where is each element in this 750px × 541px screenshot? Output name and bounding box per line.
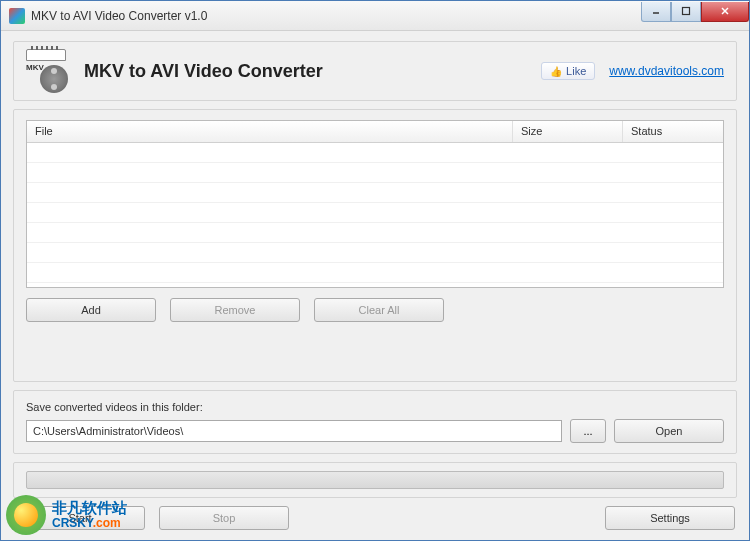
table-row [27,143,723,163]
save-path-input[interactable] [26,420,562,442]
window-controls [641,2,749,22]
add-button[interactable]: Add [26,298,156,322]
table-row [27,203,723,223]
minimize-button[interactable] [641,2,671,22]
settings-button[interactable]: Settings [605,506,735,530]
app-window: MKV to AVI Video Converter v1.0 MKV MKV … [0,0,750,541]
progress-bar [26,471,724,489]
browse-button[interactable]: ... [570,419,606,443]
open-folder-button[interactable]: Open [614,419,724,443]
titlebar[interactable]: MKV to AVI Video Converter v1.0 [1,1,749,31]
column-status[interactable]: Status [623,121,723,142]
stop-button[interactable]: Stop [159,506,289,530]
table-row [27,163,723,183]
save-folder-row: ... Open [26,419,724,443]
facebook-like-button[interactable]: Like [541,62,595,80]
start-button[interactable]: Start [15,506,145,530]
progress-panel [13,462,737,498]
app-small-icon [9,8,25,24]
film-reel-icon [40,65,68,93]
table-row [27,223,723,243]
app-logo-icon: MKV [26,49,70,93]
bottom-buttons-row: Start Stop Settings [13,506,737,530]
content-area: MKV MKV to AVI Video Converter Like www.… [1,31,749,540]
save-panel: Save converted videos in this folder: ..… [13,390,737,454]
column-file[interactable]: File [27,121,513,142]
header-panel: MKV MKV to AVI Video Converter Like www.… [13,41,737,101]
table-header: File Size Status [27,121,723,143]
close-button[interactable] [701,2,749,22]
table-row [27,183,723,203]
website-link[interactable]: www.dvdavitools.com [609,64,724,78]
file-table[interactable]: File Size Status [26,120,724,288]
table-row [27,243,723,263]
file-list-panel: File Size Status Add Remove Clear All [13,109,737,382]
file-buttons-row: Add Remove Clear All [26,298,724,322]
window-title: MKV to AVI Video Converter v1.0 [31,9,641,23]
remove-button[interactable]: Remove [170,298,300,322]
save-folder-label: Save converted videos in this folder: [26,401,724,413]
column-size[interactable]: Size [513,121,623,142]
svg-rect-1 [683,8,690,15]
app-title: MKV to AVI Video Converter [84,61,541,82]
table-row [27,263,723,283]
maximize-button[interactable] [671,2,701,22]
clear-all-button[interactable]: Clear All [314,298,444,322]
table-body[interactable] [27,143,723,288]
